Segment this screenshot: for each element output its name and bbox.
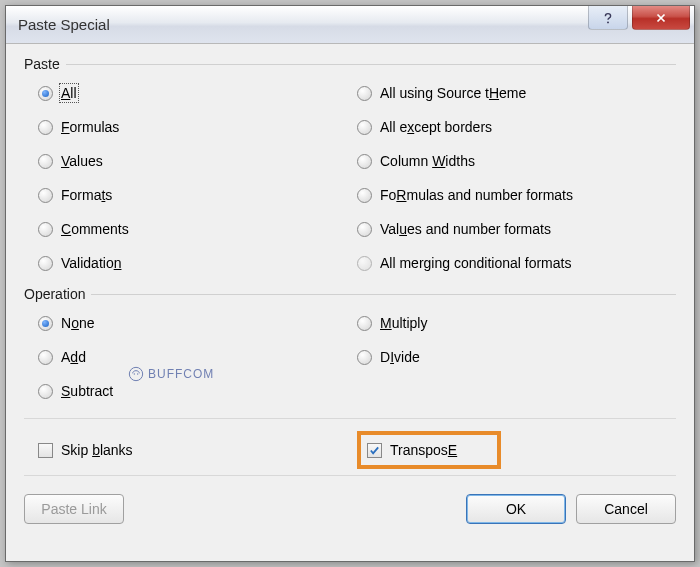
radio-label: Formulas [61,119,119,135]
radio-label: None [61,315,95,331]
operation-option[interactable]: Multiply [357,312,676,334]
radio-label: Formats [61,187,112,203]
radio-icon [357,154,372,169]
operation-group: Operation NoneAddSubtract MultiplyDIvide [24,286,676,406]
paste-option[interactable]: FoRmulas and number formats [357,184,676,206]
help-icon [601,11,615,25]
paste-option[interactable]: All using Source tHeme [357,82,676,104]
radio-label: DIvide [380,349,420,365]
operation-option[interactable]: DIvide [357,346,676,368]
button-row: Paste Link OK Cancel [24,486,676,524]
paste-option: All merging conditional formats [357,252,676,274]
paste-option[interactable]: Values and number formats [357,218,676,240]
radio-label: Validation [61,255,121,271]
svg-point-0 [607,21,609,23]
radio-icon [38,86,53,101]
paste-option[interactable]: All except borders [357,116,676,138]
radio-label: All using Source tHeme [380,85,526,101]
paste-option[interactable]: Comments [38,218,357,240]
radio-icon [357,256,372,271]
radio-label: Values and number formats [380,221,551,237]
radio-icon [357,120,372,135]
radio-label: Add [61,349,86,365]
checkbox-row: Skip blanks TransposE [24,429,676,471]
operation-option[interactable]: Subtract [38,380,357,402]
radio-icon [38,188,53,203]
radio-label: Multiply [380,315,427,331]
radio-label: Subtract [61,383,113,399]
paste-link-button[interactable]: Paste Link [24,494,124,524]
paste-group: Paste AllFormulasValuesFormatsCommentsVa… [24,56,676,278]
checkmark-icon [369,445,380,456]
radio-label: Values [61,153,103,169]
titlebar[interactable]: Paste Special [6,6,694,44]
paste-option[interactable]: Validation [38,252,357,274]
paste-option[interactable]: All [38,82,357,104]
paste-special-dialog: Paste Special Paste AllFormulasValuesFor… [5,5,695,562]
radio-label: All merging conditional formats [380,255,571,271]
radio-icon [38,384,53,399]
radio-icon [38,350,53,365]
cancel-button[interactable]: Cancel [576,494,676,524]
paste-option[interactable]: Formats [38,184,357,206]
dialog-content: Paste AllFormulasValuesFormatsCommentsVa… [6,44,694,561]
skip-blanks-checkbox[interactable]: Skip blanks [38,439,357,461]
paste-option[interactable]: Formulas [38,116,357,138]
radio-label: Column Widths [380,153,475,169]
radio-icon [38,222,53,237]
checkbox-icon [38,443,53,458]
radio-icon [357,350,372,365]
checkbox-icon [367,443,382,458]
transpose-label: TransposE [390,442,457,458]
radio-label: FoRmulas and number formats [380,187,573,203]
skip-blanks-label: Skip blanks [61,442,133,458]
radio-icon [38,316,53,331]
close-icon [654,11,668,25]
window-title: Paste Special [18,16,110,33]
paste-legend: Paste [24,56,66,72]
operation-option[interactable]: Add [38,346,357,368]
radio-label: All [61,85,77,101]
radio-icon [38,256,53,271]
radio-icon [38,154,53,169]
transpose-highlight: TransposE [357,431,501,469]
radio-label: All except borders [380,119,492,135]
ok-button[interactable]: OK [466,494,566,524]
operation-option[interactable]: None [38,312,357,334]
operation-legend: Operation [24,286,91,302]
help-button[interactable] [588,6,628,30]
separator [24,475,676,476]
paste-option[interactable]: Values [38,150,357,172]
radio-icon [357,222,372,237]
radio-icon [357,188,372,203]
radio-icon [357,86,372,101]
radio-icon [357,316,372,331]
close-button[interactable] [632,6,690,30]
transpose-checkbox[interactable]: TransposE [367,439,457,461]
paste-option[interactable]: Column Widths [357,150,676,172]
radio-label: Comments [61,221,129,237]
separator [24,418,676,419]
radio-icon [38,120,53,135]
